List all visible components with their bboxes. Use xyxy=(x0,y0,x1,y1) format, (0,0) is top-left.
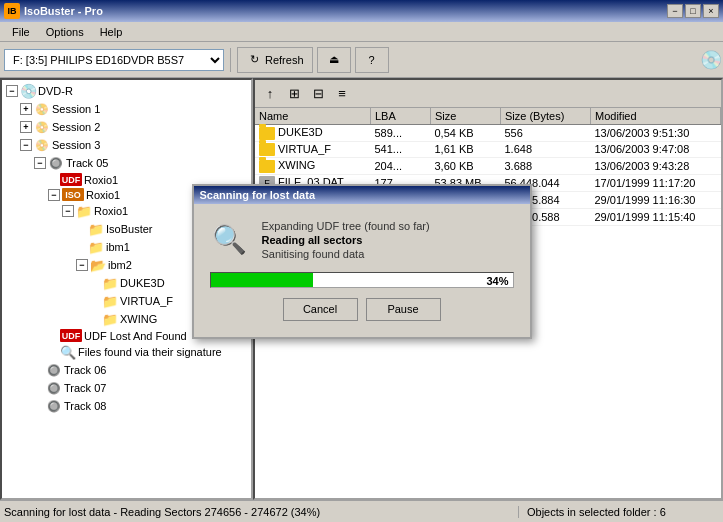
progress-container: 34% xyxy=(210,272,514,288)
modal-icon-area: 🔍 Expanding UDF tree (found so far) Read… xyxy=(210,220,514,260)
progress-bar-bg: 34% xyxy=(210,272,514,288)
progress-label: 34% xyxy=(486,273,508,288)
modal-title: Scanning for lost data xyxy=(200,189,316,201)
cancel-button[interactable]: Cancel xyxy=(283,298,358,321)
modal-line1: Expanding UDF tree (found so far) xyxy=(262,220,514,232)
scan-animation-icon: 🔍 xyxy=(210,220,250,260)
modal-line2: Reading all sectors xyxy=(262,234,514,246)
scanning-modal: Scanning for lost data 🔍 Expanding UDF t… xyxy=(192,184,532,339)
modal-line3: Sanitising found data xyxy=(262,248,514,260)
modal-text: Expanding UDF tree (found so far) Readin… xyxy=(262,220,514,260)
progress-bar-fill xyxy=(211,273,314,287)
modal-body: 🔍 Expanding UDF tree (found so far) Read… xyxy=(194,204,530,337)
pause-button[interactable]: Pause xyxy=(366,298,441,321)
modal-titlebar: Scanning for lost data xyxy=(194,186,530,204)
modal-buttons: Cancel Pause xyxy=(210,298,514,329)
modal-overlay: Scanning for lost data 🔍 Expanding UDF t… xyxy=(0,0,723,522)
